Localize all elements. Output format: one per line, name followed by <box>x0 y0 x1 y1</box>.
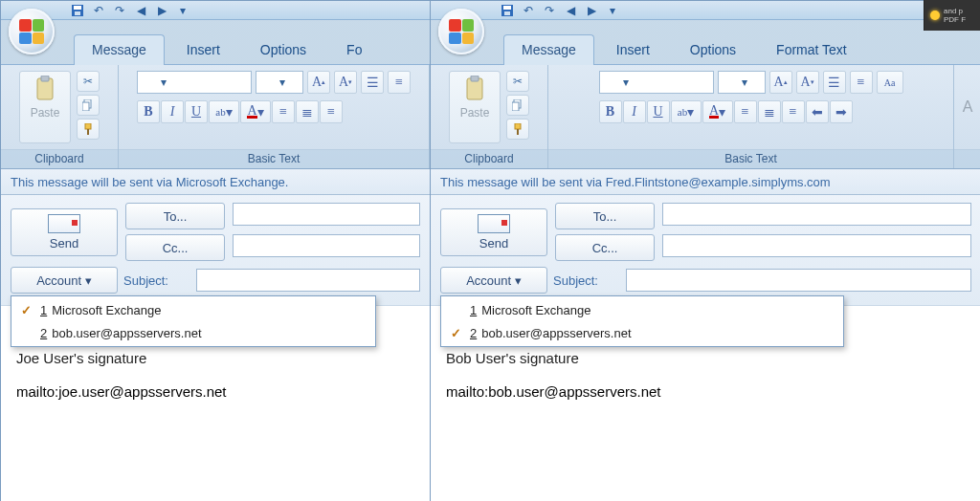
numbering-button[interactable]: ≡ <box>850 71 873 94</box>
svg-rect-11 <box>504 11 510 15</box>
undo-icon[interactable]: ↶ <box>521 3 536 18</box>
font-size-combo[interactable]: ▾ <box>718 71 766 94</box>
cut-button[interactable]: ✂ <box>506 71 529 92</box>
group-label-clipboard: Clipboard <box>1 149 118 168</box>
svg-rect-2 <box>75 11 80 15</box>
account-button[interactable]: Account ▾ <box>440 267 547 294</box>
group-clipboard: Paste ✂ Clipboard <box>431 65 548 168</box>
cc-input[interactable] <box>662 234 971 257</box>
shrink-font-button[interactable]: A▾ <box>334 71 357 94</box>
copy-button[interactable] <box>506 95 529 116</box>
next-icon[interactable]: ▶ <box>154 3 169 18</box>
qat-dropdown-icon[interactable]: ▾ <box>605 3 620 18</box>
underline-button[interactable]: U <box>185 100 208 123</box>
underline-button[interactable]: U <box>647 100 670 123</box>
indent-inc-button[interactable]: ➡ <box>830 100 853 123</box>
to-input[interactable] <box>233 203 420 226</box>
italic-button[interactable]: I <box>161 100 184 123</box>
font-name-combo[interactable]: ▾ <box>599 71 714 94</box>
account-button[interactable]: Account ▾ <box>11 267 118 294</box>
grow-font-button[interactable]: A▴ <box>769 71 792 94</box>
office-button[interactable] <box>438 9 484 54</box>
tab-message[interactable]: Message <box>74 34 165 65</box>
tab-options[interactable]: Options <box>242 34 324 65</box>
align-center-button[interactable]: ≣ <box>758 100 781 123</box>
paste-button[interactable]: Paste <box>449 71 501 143</box>
highlight-button[interactable]: ab▾ <box>671 100 702 123</box>
bold-button[interactable]: B <box>137 100 160 123</box>
align-center-button[interactable]: ≣ <box>296 100 319 123</box>
bullets-button[interactable]: ☰ <box>823 71 846 94</box>
clear-format-button[interactable]: Aa <box>877 71 903 94</box>
copy-icon <box>82 99 94 111</box>
grow-font-button[interactable]: A▴ <box>307 71 330 94</box>
format-painter-button[interactable] <box>506 119 529 140</box>
format-painter-button[interactable] <box>77 119 100 140</box>
prev-icon[interactable]: ◀ <box>563 3 578 18</box>
paste-button[interactable]: Paste <box>19 71 71 143</box>
svg-rect-15 <box>512 102 519 111</box>
cc-button[interactable]: Cc... <box>125 234 225 261</box>
numbering-button[interactable]: ≡ <box>388 71 411 94</box>
account-option-2[interactable]: 2bob.user@appsservers.net <box>11 321 375 344</box>
tab-insert[interactable]: Insert <box>598 34 668 65</box>
account-row: Account ▾ Subject: 1Microsoft Exchange 2… <box>11 267 420 294</box>
to-button[interactable]: To... <box>555 203 655 229</box>
cc-input[interactable] <box>233 234 420 257</box>
undo-icon[interactable]: ↶ <box>91 3 106 18</box>
account-option-1[interactable]: 1Microsoft Exchange <box>11 298 375 321</box>
indent-dec-button[interactable]: ⬅ <box>806 100 829 123</box>
font-name-combo[interactable]: ▾ <box>137 71 252 94</box>
prev-icon[interactable]: ◀ <box>133 3 148 18</box>
envelope-icon <box>478 214 510 233</box>
svg-rect-17 <box>517 129 519 135</box>
send-button[interactable]: Send <box>440 208 547 256</box>
next-icon[interactable]: ▶ <box>584 3 599 18</box>
chevron-down-icon: ▾ <box>742 76 747 89</box>
tab-insert[interactable]: Insert <box>168 34 238 65</box>
group-label-basictext: Basic Text <box>548 149 953 168</box>
redo-icon[interactable]: ↷ <box>542 3 557 18</box>
tab-options[interactable]: Options <box>672 34 754 65</box>
chevron-down-icon: ▾ <box>161 76 167 89</box>
font-size-combo[interactable]: ▾ <box>256 71 303 94</box>
align-left-button[interactable]: ≡ <box>272 100 295 123</box>
save-icon[interactable] <box>70 3 85 18</box>
align-left-button[interactable]: ≡ <box>734 100 757 123</box>
font-color-button[interactable]: A▾ <box>240 100 271 123</box>
account-option-1[interactable]: 1Microsoft Exchange <box>441 298 843 321</box>
tab-message[interactable]: Message <box>503 34 594 65</box>
subject-input[interactable] <box>626 269 971 292</box>
account-option-2[interactable]: 2bob.user@appsservers.net <box>441 321 843 344</box>
tab-format-text[interactable]: Fo <box>328 34 380 65</box>
font-color-button[interactable]: A▾ <box>702 100 733 123</box>
subject-input[interactable] <box>196 269 420 292</box>
send-button[interactable]: Send <box>11 208 118 256</box>
paste-icon <box>33 76 57 104</box>
ribbon: Paste ✂ Clipboard ▾ ▾ A▴ A▾ <box>1 65 430 169</box>
to-input[interactable] <box>662 203 971 226</box>
group-basic-text: ▾ ▾ A▴ A▾ ☰ ≡ B I U ab▾ A▾ ≡ ≣ <box>119 65 430 168</box>
cut-button[interactable]: ✂ <box>77 71 100 92</box>
office-button[interactable] <box>9 9 55 54</box>
bullets-button[interactable]: ☰ <box>361 71 384 94</box>
account-dropdown: 1Microsoft Exchange 2bob.user@appsserver… <box>11 295 376 347</box>
ribbon-tabs: Message Insert Options Fo <box>1 20 430 65</box>
mailto-line: mailto:joe.user@appsservers.net <box>16 383 414 400</box>
cc-button[interactable]: Cc... <box>555 234 655 261</box>
align-right-button[interactable]: ≡ <box>320 100 343 123</box>
tab-format-text[interactable]: Format Text <box>758 34 865 65</box>
chevron-down-icon: ▾ <box>623 76 629 89</box>
qat-dropdown-icon[interactable]: ▾ <box>175 3 190 18</box>
align-right-button[interactable]: ≡ <box>782 100 805 123</box>
shrink-font-button[interactable]: A▾ <box>796 71 819 94</box>
copy-button[interactable] <box>77 95 100 116</box>
highlight-button[interactable]: ab▾ <box>209 100 239 123</box>
send-label: Send <box>50 236 78 250</box>
to-button[interactable]: To... <box>125 203 225 229</box>
brush-icon <box>82 123 94 135</box>
bold-button[interactable]: B <box>599 100 622 123</box>
redo-icon[interactable]: ↷ <box>112 3 127 18</box>
save-icon[interactable] <box>500 3 515 18</box>
italic-button[interactable]: I <box>623 100 646 123</box>
